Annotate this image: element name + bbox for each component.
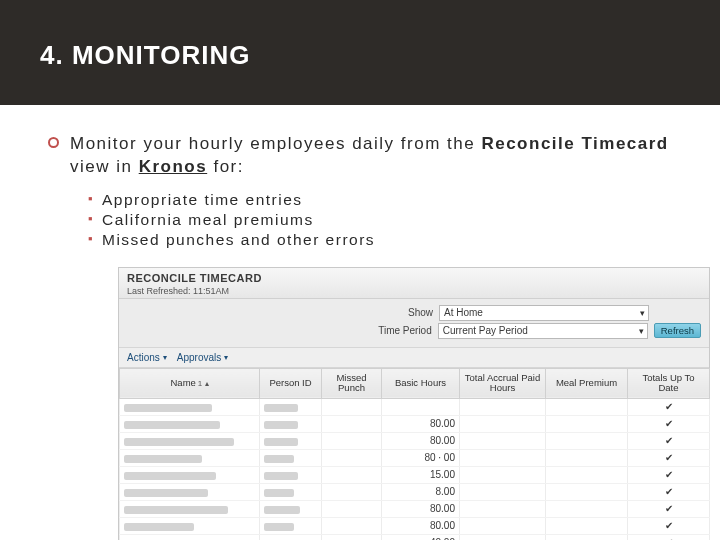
period-label: Time Period xyxy=(362,325,432,336)
col-basic-hours[interactable]: Basic Hours xyxy=(382,368,460,398)
redacted-name xyxy=(124,455,202,463)
cell-meal xyxy=(546,398,628,415)
col-totals-up[interactable]: Totals Up To Date xyxy=(628,368,710,398)
cell-check: ✔ xyxy=(628,483,710,500)
cell-pid xyxy=(260,415,322,432)
cell-name xyxy=(120,449,260,466)
sub-list: Appropriate time entries California meal… xyxy=(88,191,678,249)
cell-name xyxy=(120,534,260,540)
data-grid: Name1 ▴ Person ID Missed Punch Basic Hou… xyxy=(119,368,710,540)
cell-basic: 80.00 xyxy=(382,500,460,517)
cell-name xyxy=(120,483,260,500)
cell-pid xyxy=(260,449,322,466)
cell-meal xyxy=(546,432,628,449)
redacted-name xyxy=(124,489,208,497)
cell-pid xyxy=(260,466,322,483)
table-row[interactable]: 80.00✔ xyxy=(120,432,710,449)
col-person-id[interactable]: Person ID xyxy=(260,368,322,398)
sub-item: California meal premiums xyxy=(88,211,678,229)
cell-missed xyxy=(322,517,382,534)
cell-meal xyxy=(546,534,628,540)
cell-missed xyxy=(322,483,382,500)
cell-accrual xyxy=(460,398,546,415)
redacted-pid xyxy=(264,421,298,429)
col-meal-premium[interactable]: Meal Premium xyxy=(546,368,628,398)
cell-missed xyxy=(322,466,382,483)
table-row[interactable]: ✔ xyxy=(120,398,710,415)
cell-pid xyxy=(260,534,322,540)
redacted-name xyxy=(124,472,216,480)
redacted-pid xyxy=(264,455,294,463)
redacted-name xyxy=(124,421,220,429)
redacted-pid xyxy=(264,404,298,412)
screenshot-panel: RECONCILE TIMECARD Last Refreshed: 11:51… xyxy=(118,267,710,540)
cell-basic: 80.00 xyxy=(382,517,460,534)
col-total-accrual[interactable]: Total Accrual Paid Hours xyxy=(460,368,546,398)
cell-missed xyxy=(322,449,382,466)
cell-name xyxy=(120,517,260,534)
cell-basic: 80.00 xyxy=(382,432,460,449)
redacted-pid xyxy=(264,523,294,531)
lead-text: Monitor your hourly employees daily from… xyxy=(70,133,678,179)
cell-check: ✔ xyxy=(628,415,710,432)
toolbar: Actions Approvals xyxy=(119,347,709,368)
lead-part: for: xyxy=(207,157,244,176)
redacted-pid xyxy=(264,438,298,446)
cell-pid xyxy=(260,432,322,449)
cell-pid xyxy=(260,398,322,415)
cell-basic: 15.00 xyxy=(382,466,460,483)
cell-name xyxy=(120,500,260,517)
last-refreshed: Last Refreshed: 11:51AM xyxy=(127,286,701,296)
grid-body: ✔80.00✔80.00✔80 · 00✔15.00✔8.00✔80.00✔80… xyxy=(120,398,710,540)
col-name[interactable]: Name1 ▴ xyxy=(120,368,260,398)
sub-item: Appropriate time entries xyxy=(88,191,678,209)
sort-indicator-icon: 1 ▴ xyxy=(198,380,209,389)
bullet-circle-icon xyxy=(48,137,59,148)
redacted-name xyxy=(124,506,228,514)
show-select[interactable]: At Home xyxy=(439,305,649,321)
filter-row-period: Time Period Current Pay Period Refresh xyxy=(127,323,701,339)
cell-missed xyxy=(322,398,382,415)
redacted-name xyxy=(124,438,234,446)
cell-accrual xyxy=(460,415,546,432)
cell-basic: 80 · 00 xyxy=(382,449,460,466)
table-row[interactable]: 80 · 00✔ xyxy=(120,449,710,466)
actions-menu[interactable]: Actions xyxy=(127,352,167,363)
cell-accrual xyxy=(460,432,546,449)
cell-check: ✔ xyxy=(628,517,710,534)
screenshot-header: RECONCILE TIMECARD Last Refreshed: 11:51… xyxy=(119,268,709,299)
grid-header: Name1 ▴ Person ID Missed Punch Basic Hou… xyxy=(120,368,710,398)
cell-meal xyxy=(546,449,628,466)
col-missed-punch[interactable]: Missed Punch xyxy=(322,368,382,398)
slide-title: 4. MONITORING xyxy=(40,40,720,71)
table-row[interactable]: 80.00✔ xyxy=(120,500,710,517)
cell-check: ✔ xyxy=(628,466,710,483)
table-row[interactable]: 80.00✔ xyxy=(120,517,710,534)
cell-basic: 8.00 xyxy=(382,483,460,500)
redacted-pid xyxy=(264,506,300,514)
approvals-menu[interactable]: Approvals xyxy=(177,352,228,363)
table-row[interactable]: 15.00✔ xyxy=(120,466,710,483)
cell-missed xyxy=(322,534,382,540)
sub-item: Missed punches and other errors xyxy=(88,231,678,249)
show-value: At Home xyxy=(444,307,483,318)
cell-pid xyxy=(260,483,322,500)
table-row[interactable]: 80.00✔ xyxy=(120,415,710,432)
slide: 4. MONITORING Monitor your hourly employ… xyxy=(0,0,720,540)
lead-part: Monitor your hourly employees daily from… xyxy=(70,134,481,153)
show-label: Show xyxy=(363,307,433,318)
period-select[interactable]: Current Pay Period xyxy=(438,323,648,339)
cell-basic: 40.00 xyxy=(382,534,460,540)
refresh-button[interactable]: Refresh xyxy=(654,323,701,338)
title-bar: 4. MONITORING xyxy=(0,0,720,105)
cell-check: ✔ xyxy=(628,534,710,540)
cell-accrual xyxy=(460,466,546,483)
cell-missed xyxy=(322,432,382,449)
cell-name xyxy=(120,398,260,415)
lead-bullet: Monitor your hourly employees daily from… xyxy=(54,133,678,179)
redacted-name xyxy=(124,404,212,412)
period-value: Current Pay Period xyxy=(443,325,528,336)
table-row[interactable]: 8.00✔ xyxy=(120,483,710,500)
table-row[interactable]: 40.00✔ xyxy=(120,534,710,540)
cell-check: ✔ xyxy=(628,398,710,415)
